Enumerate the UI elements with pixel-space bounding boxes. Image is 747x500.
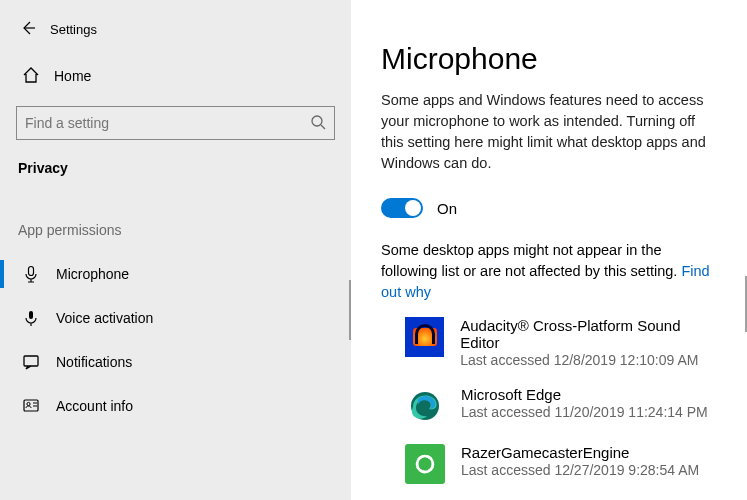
- notifications-icon: [22, 353, 40, 371]
- toggle-knob: [405, 200, 421, 216]
- home-label: Home: [54, 68, 91, 84]
- edge-icon: [405, 386, 445, 426]
- app-text: Audacity® Cross-Platform Sound Editor La…: [460, 317, 719, 368]
- main-panel: Microphone Some apps and Windows feature…: [351, 0, 747, 500]
- audacity-icon: [405, 317, 444, 357]
- app-name: RazerGamecasterEngine: [461, 444, 699, 461]
- home-icon: [22, 66, 40, 87]
- app-last-accessed: Last accessed 12/27/2019 9:28:54 AM: [461, 462, 699, 478]
- account-icon: [22, 397, 40, 415]
- voice-icon: [22, 309, 40, 327]
- sidebar-item-label: Voice activation: [56, 310, 153, 326]
- header-row: Settings: [0, 10, 351, 48]
- group-app-permissions: App permissions: [0, 190, 351, 252]
- page-title: Microphone: [381, 42, 719, 76]
- microphone-toggle[interactable]: [381, 198, 423, 218]
- app-last-accessed: Last accessed 12/8/2019 12:10:09 AM: [460, 352, 719, 368]
- desktop-apps-note: Some desktop apps might not appear in th…: [381, 240, 719, 303]
- sidebar: Settings Home Privacy App permissions Mi…: [0, 0, 351, 500]
- svg-line-6: [321, 125, 325, 129]
- app-row: RazerGamecasterEngine Last accessed 12/2…: [405, 444, 719, 484]
- app-name: Audacity® Cross-Platform Sound Editor: [460, 317, 719, 351]
- razer-icon: [405, 444, 445, 484]
- toggle-state-label: On: [437, 200, 457, 217]
- settings-window: Settings Home Privacy App permissions Mi…: [0, 0, 747, 500]
- app-list: Audacity® Cross-Platform Sound Editor La…: [381, 317, 719, 484]
- app-row: Microsoft Edge Last accessed 11/20/2019 …: [405, 386, 719, 426]
- sidebar-item-label: Notifications: [56, 354, 132, 370]
- back-icon[interactable]: [20, 20, 36, 39]
- home-nav[interactable]: Home: [0, 56, 351, 96]
- sidebar-item-notifications[interactable]: Notifications: [0, 340, 351, 384]
- svg-point-5: [312, 116, 322, 126]
- note-text: Some desktop apps might not appear in th…: [381, 242, 681, 279]
- svg-point-11: [27, 402, 30, 405]
- app-text: RazerGamecasterEngine Last accessed 12/2…: [461, 444, 699, 478]
- sidebar-item-label: Account info: [56, 398, 133, 414]
- sidebar-item-microphone[interactable]: Microphone: [0, 252, 351, 296]
- window-title: Settings: [50, 22, 97, 37]
- svg-rect-7: [29, 267, 34, 276]
- sidebar-item-voice-activation[interactable]: Voice activation: [0, 296, 351, 340]
- app-row: Audacity® Cross-Platform Sound Editor La…: [405, 317, 719, 368]
- app-name: Microsoft Edge: [461, 386, 708, 403]
- page-description: Some apps and Windows features need to a…: [381, 90, 711, 174]
- search-icon: [310, 114, 326, 133]
- app-last-accessed: Last accessed 11/20/2019 11:24:14 PM: [461, 404, 708, 420]
- svg-rect-9: [24, 356, 38, 366]
- svg-rect-8: [29, 311, 33, 319]
- search-box[interactable]: [16, 106, 335, 140]
- sidebar-item-account-info[interactable]: Account info: [0, 384, 351, 428]
- sidebar-item-label: Microphone: [56, 266, 129, 282]
- microphone-icon: [22, 265, 40, 283]
- search-input[interactable]: [25, 115, 310, 131]
- section-privacy: Privacy: [0, 146, 351, 190]
- microphone-toggle-row: On: [381, 198, 719, 218]
- app-text: Microsoft Edge Last accessed 11/20/2019 …: [461, 386, 708, 420]
